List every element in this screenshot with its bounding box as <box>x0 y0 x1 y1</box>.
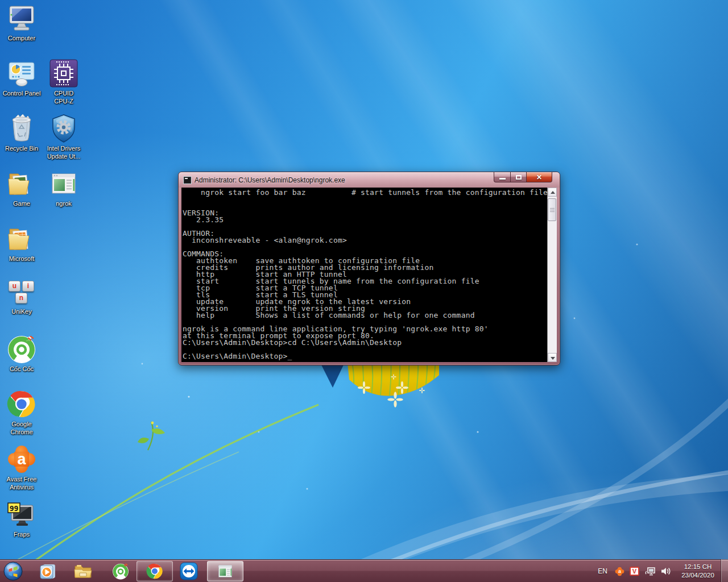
desktop: Computer Control Panel <box>0 0 728 582</box>
desktop-icon-cpuz[interactable]: CPUID CPU-Z <box>42 59 85 105</box>
unikey-icon: u i n <box>7 279 36 306</box>
maximize-button[interactable] <box>510 172 527 182</box>
scroll-down-button[interactable] <box>548 353 557 362</box>
desktop-icon-label: Microsoft <box>1 255 42 263</box>
cpuz-icon <box>49 59 78 88</box>
microsoft-folder-icon <box>7 224 36 253</box>
tray-time: 12:15 CH <box>677 563 719 571</box>
desktop-icon-avast[interactable]: a Avast Free Antivirus <box>0 444 43 491</box>
console-window: Administrator: C:\Users\Admin\Desktop\ng… <box>178 172 560 365</box>
window-controls: ✕ <box>494 172 552 182</box>
google-chrome-icon <box>146 563 163 580</box>
desktop-icon-control-panel[interactable]: Control Panel <box>0 59 43 97</box>
taskbar-item-teamviewer[interactable] <box>177 561 200 581</box>
fraps-icon: 99 <box>7 500 36 529</box>
avast-tray-icon[interactable]: a <box>615 567 624 576</box>
desktop-icon-unikey[interactable]: u i n UniKey <box>0 279 43 315</box>
desktop-icon-microsoft[interactable]: Microsoft <box>0 224 43 263</box>
recycle-bin-icon <box>7 114 36 143</box>
scrollbar-thumb[interactable] <box>548 198 556 221</box>
console-window-icon <box>217 563 234 579</box>
desktop-icon-label: Cốc Cốc <box>1 365 42 373</box>
desktop-icon-label: Game <box>1 199 42 207</box>
svg-text:a: a <box>17 451 26 468</box>
console-app-icon <box>183 176 192 184</box>
desktop-icon-coc-coc[interactable]: Cốc Cốc <box>0 334 43 373</box>
language-indicator[interactable]: EN <box>595 566 610 576</box>
console-output-area: ngrok start foo bar baz # start tunnels … <box>181 188 547 362</box>
taskbar-item-chrome[interactable] <box>136 561 173 581</box>
desktop-icon-label: UniKey <box>1 307 42 315</box>
avast-icon: a <box>7 444 36 474</box>
google-chrome-icon <box>7 389 36 419</box>
unikey-vietnamese-icon[interactable]: V <box>630 567 639 576</box>
console-output-text: ngrok start foo bar baz # start tunnels … <box>181 188 547 360</box>
desktop-icon-label: CPUID CPU-Z <box>46 89 82 105</box>
desktop-icon-fraps[interactable]: 99 Fraps <box>0 500 43 538</box>
desktop-icon-label: ngrok <box>43 199 84 207</box>
desktop-icon-label: Computer <box>1 34 42 42</box>
coc-coc-icon <box>7 334 36 364</box>
desktop-icon-recycle-bin[interactable]: Recycle Bin <box>0 114 43 152</box>
desktop-icon-label: Fraps <box>1 530 42 538</box>
taskbar-item-media-player[interactable] <box>36 561 59 581</box>
tray-date: 23/04/2020 <box>677 571 719 580</box>
desktop-icon-game[interactable]: Game <box>0 169 43 207</box>
desktop-icon-ngrok[interactable]: ngrok <box>42 169 85 207</box>
taskbar-item-ngrok-console[interactable] <box>207 561 243 581</box>
ngrok-app-icon <box>49 169 78 198</box>
taskbar-item-explorer[interactable] <box>72 561 94 581</box>
svg-text:a: a <box>618 568 621 574</box>
scrollbar-track[interactable] <box>548 197 557 353</box>
desktop-icon-label: Intel Drivers Update Ut... <box>43 144 84 160</box>
network-tray-icon[interactable] <box>644 567 656 576</box>
desktop-icon-computer[interactable]: Computer <box>0 3 43 42</box>
tray-clock[interactable]: 12:15 CH 23/04/2020 <box>677 563 719 580</box>
svg-text:99: 99 <box>10 504 19 513</box>
scroll-up-button[interactable] <box>548 188 557 197</box>
start-button[interactable] <box>3 562 23 581</box>
window-title: Administrator: C:\Users\Admin\Desktop\ng… <box>195 176 345 184</box>
windows-explorer-icon <box>74 563 92 579</box>
windows-media-player-icon <box>39 563 56 580</box>
desktop-icon-label: Google Chrome <box>3 420 40 436</box>
close-button[interactable]: ✕ <box>526 172 552 182</box>
console-scrollbar <box>547 188 557 362</box>
desktop-icon-google-chrome[interactable]: Google Chrome <box>0 389 43 436</box>
computer-icon <box>7 3 36 33</box>
show-desktop-button[interactable] <box>721 559 728 582</box>
system-tray: EN a V <box>590 560 719 582</box>
control-panel-icon <box>7 59 36 88</box>
desktop-icon-intel-drivers[interactable]: Intel Drivers Update Ut... <box>42 114 85 160</box>
intel-drivers-icon <box>49 114 78 143</box>
taskbar: EN a V <box>0 559 728 582</box>
teamviewer-icon <box>180 562 198 580</box>
desktop-icon-label: Recycle Bin <box>1 144 42 152</box>
volume-tray-icon[interactable] <box>661 567 671 576</box>
desktop-icon-label: Control Panel <box>1 89 42 97</box>
desktop-icon-label: Avast Free Antivirus <box>1 475 42 491</box>
game-folder-icon <box>7 169 36 198</box>
coc-coc-icon <box>112 563 129 580</box>
minimize-button[interactable] <box>494 172 511 182</box>
console-client-area[interactable]: ngrok start foo bar baz # start tunnels … <box>181 188 557 362</box>
taskbar-item-coc-coc[interactable] <box>109 561 132 581</box>
